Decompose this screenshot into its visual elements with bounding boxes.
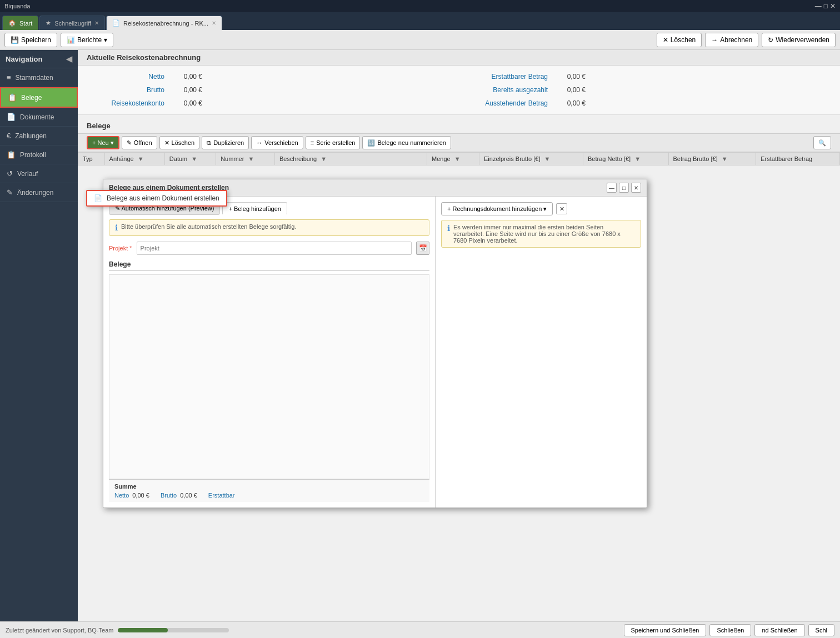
title-bar-minimize[interactable]: — bbox=[815, 2, 822, 10]
verschieben-button[interactable]: ↔ Verschieben bbox=[251, 136, 303, 149]
toolbar: 💾 Speichern 📊 Berichte ▾ ✕ Löschen → Abr… bbox=[0, 30, 840, 50]
close-rechnungsdokument-btn[interactable]: ✕ bbox=[556, 203, 567, 214]
ausgezahlt-value: 0,00 € bbox=[552, 86, 586, 94]
oeffnen-button[interactable]: ✎ Öffnen bbox=[122, 136, 157, 149]
col-betrag-netto[interactable]: Betrag Netto [€] ▼ bbox=[583, 153, 669, 165]
save-close-label: Speichern und Schließen bbox=[631, 627, 699, 634]
col-einzelpreis[interactable]: Einzelpreis Brutto [€] ▼ bbox=[479, 153, 583, 165]
col-beschreibung[interactable]: Beschreibung ▼ bbox=[274, 153, 427, 165]
filter-einzelpreis-icon[interactable]: ▼ bbox=[544, 155, 551, 162]
serie-erstellen-button[interactable]: ≡ Serie erstellen bbox=[306, 136, 361, 149]
dialog-close-btn[interactable]: ✕ bbox=[631, 183, 641, 193]
ausgezahlt-label: Bereits ausgezahlt bbox=[470, 86, 548, 94]
sidebar-item-aenderungen[interactable]: ✎ Änderungen bbox=[0, 183, 78, 202]
tab-reisekosten[interactable]: 📄 Reisekostenabrechnung - RK... ✕ bbox=[106, 16, 222, 30]
verlauf-label: Verlauf bbox=[17, 170, 38, 178]
save-button[interactable]: 💾 Speichern bbox=[4, 33, 57, 47]
sidebar-item-verlauf[interactable]: ↺ Verlauf bbox=[0, 164, 78, 183]
protokoll-label: Protokoll bbox=[20, 151, 46, 159]
filter-brutto-icon[interactable]: ▼ bbox=[722, 155, 728, 162]
netto-label: Netto bbox=[87, 73, 164, 81]
save-close2-button[interactable]: nd Schließen bbox=[754, 624, 804, 636]
home-icon: 🏠 bbox=[8, 19, 16, 27]
loeschen-button[interactable]: ✕ Löschen bbox=[159, 136, 200, 149]
save-close2-label: nd Schließen bbox=[762, 627, 797, 634]
reisekosten-icon: 📄 bbox=[112, 19, 120, 27]
summary-row-brutto: Brutto 0,00 € bbox=[87, 84, 448, 96]
projekt-picker-btn[interactable]: 📅 bbox=[416, 242, 429, 255]
status-text: Zuletzt geändert von Support, BQ-Team bbox=[6, 627, 113, 634]
col-erstattbar[interactable]: Erstattbarer Betrag bbox=[756, 153, 840, 165]
filter-beschreibung-icon[interactable]: ▼ bbox=[321, 155, 327, 162]
summary-row-reisekonto: Reisekostenkonto 0,00 € bbox=[87, 98, 448, 109]
duplizieren-button[interactable]: ⧉ Duplizieren bbox=[202, 136, 249, 149]
reports-button[interactable]: 📊 Berichte ▾ bbox=[61, 33, 113, 47]
filter-menge-icon[interactable]: ▼ bbox=[454, 155, 461, 162]
summe-erstattbar-label: Erstattbar bbox=[208, 492, 235, 499]
loeschen-label: Löschen bbox=[172, 139, 195, 146]
summary-section: Netto 0,00 € Erstattbarer Betrag 0,00 € … bbox=[78, 66, 840, 115]
sidebar-item-stammdaten[interactable]: ≡ Stammdaten bbox=[0, 68, 78, 87]
sidebar-item-protokoll[interactable]: 📋 Protokoll bbox=[0, 145, 78, 164]
save-close-button[interactable]: Speichern und Schließen bbox=[624, 624, 707, 636]
projekt-input[interactable] bbox=[137, 242, 412, 255]
title-bar-maximize[interactable]: □ bbox=[824, 2, 828, 10]
col-anhaenge[interactable]: Anhänge ▼ bbox=[104, 153, 164, 165]
belege-table: Typ Anhänge ▼ Datum ▼ Nummer bbox=[78, 152, 840, 165]
filter-anhaenge-icon[interactable]: ▼ bbox=[138, 155, 144, 162]
filter-nummer-icon[interactable]: ▼ bbox=[248, 155, 254, 162]
add-rechnungsdokument-btn[interactable]: + Rechnungsdokument hinzufügen ▾ bbox=[441, 202, 553, 215]
oeffnen-icon: ✎ bbox=[127, 139, 132, 147]
aenderungen-label: Änderungen bbox=[17, 189, 53, 197]
neu-button[interactable]: + Neu ▾ bbox=[87, 136, 119, 149]
sidebar-item-dokumente[interactable]: 📄 Dokumente bbox=[0, 108, 78, 127]
sidebar-collapse-icon[interactable]: ◀ bbox=[66, 54, 72, 63]
col-menge[interactable]: Menge ▼ bbox=[427, 153, 479, 165]
sidebar-item-belege[interactable]: 📋 Belege bbox=[0, 87, 78, 108]
close-main-button[interactable]: Schließen bbox=[709, 624, 751, 636]
dialog-minimize-btn[interactable]: — bbox=[607, 183, 617, 193]
neu-nummerieren-button[interactable]: 🔢 Belege neu nummerieren bbox=[362, 136, 451, 149]
ausstehend-value: 0,00 € bbox=[552, 99, 586, 107]
col-datum[interactable]: Datum ▼ bbox=[164, 153, 216, 165]
add-rechnungsdokument-label: + Rechnungsdokument hinzufügen ▾ bbox=[447, 205, 547, 213]
col-betrag-brutto[interactable]: Betrag Brutto [€] ▼ bbox=[668, 153, 756, 165]
tab-reisekosten-label: Reisekostenabrechnung - RK... bbox=[123, 20, 208, 27]
belege-toolbar: + Neu ▾ ✎ Öffnen ✕ Löschen ⧉ Duplizieren… bbox=[78, 133, 840, 152]
duplizieren-label: Duplizieren bbox=[213, 139, 244, 146]
context-menu: 📄 Belege aus einem Dokument erstellen bbox=[86, 190, 227, 207]
summe-netto-value: 0,00 € bbox=[132, 492, 149, 499]
title-bar-close[interactable]: ✕ bbox=[830, 2, 836, 10]
tab-schnellzugriff[interactable]: ★ Schnellzugriff ✕ bbox=[39, 16, 105, 30]
filter-netto-icon[interactable]: ▼ bbox=[634, 155, 641, 162]
filter-datum-icon[interactable]: ▼ bbox=[191, 155, 197, 162]
zahlungen-label: Zahlungen bbox=[15, 132, 47, 140]
tab-home[interactable]: 🏠 Start bbox=[2, 16, 38, 30]
tab-manuell-label: Beleg hinzufügen bbox=[234, 205, 281, 212]
projekt-row: Projekt * 📅 bbox=[109, 242, 429, 255]
tab-manuell[interactable]: + Beleg hinzufügen bbox=[222, 202, 287, 215]
col-nummer[interactable]: Nummer ▼ bbox=[216, 153, 275, 165]
sidebar-item-zahlungen[interactable]: € Zahlungen bbox=[0, 127, 78, 145]
context-menu-item-belege-aus-dokument[interactable]: 📄 Belege aus einem Dokument erstellen bbox=[87, 191, 226, 205]
loeschen-icon: ✕ bbox=[164, 139, 169, 147]
redo-button[interactable]: ↻ Wiederverwenden bbox=[762, 33, 836, 47]
tab-schnellzugriff-close[interactable]: ✕ bbox=[94, 20, 99, 26]
sidebar: Navigation ◀ ≡ Stammdaten 📋 Belege 📄 Dok… bbox=[0, 50, 78, 621]
cancel-button[interactable]: → Abrechnen bbox=[705, 33, 758, 47]
tab-reisekosten-close[interactable]: ✕ bbox=[212, 20, 216, 26]
dialog-maximize-btn[interactable]: □ bbox=[619, 183, 629, 193]
belege-label: Belege bbox=[21, 94, 42, 102]
close2-button[interactable]: Schl bbox=[808, 624, 834, 636]
summe-netto: Netto 0,00 € bbox=[114, 492, 149, 499]
search-button[interactable]: 🔍 bbox=[813, 136, 831, 149]
col-typ[interactable]: Typ bbox=[78, 153, 105, 165]
dialog-belege-area bbox=[109, 274, 429, 479]
reports-label: Berichte bbox=[77, 36, 102, 44]
delete-icon: ✕ bbox=[663, 36, 668, 44]
dokumente-label: Dokumente bbox=[20, 113, 54, 121]
aenderungen-icon: ✎ bbox=[7, 188, 13, 197]
projekt-label: Projekt * bbox=[109, 245, 132, 252]
verlauf-icon: ↺ bbox=[7, 169, 13, 178]
delete-button[interactable]: ✕ Löschen bbox=[657, 33, 702, 47]
